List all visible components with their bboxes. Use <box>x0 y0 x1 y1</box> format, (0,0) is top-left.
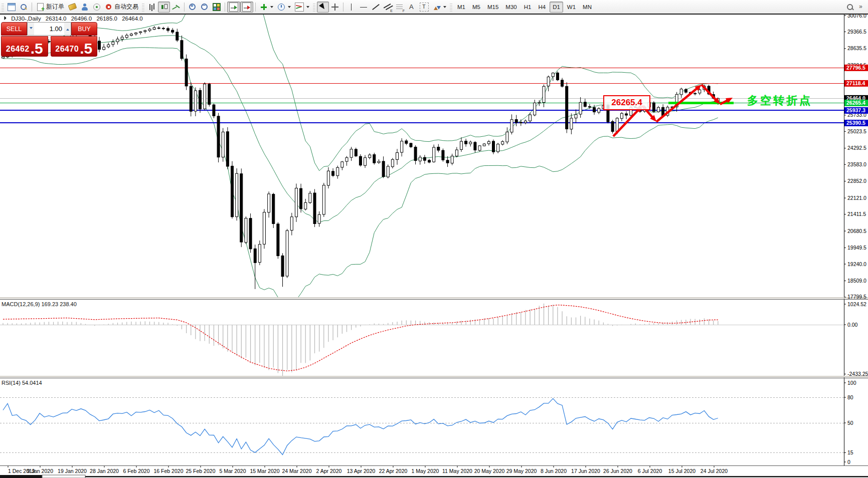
macd-histogram <box>3 304 718 376</box>
chart-marker-icon <box>5 16 8 20</box>
zoom-out-button[interactable] <box>199 2 211 13</box>
price-annotation-box[interactable]: 26265.4 <box>603 95 650 110</box>
indicators-button[interactable] <box>258 2 275 13</box>
periods-button[interactable] <box>275 2 293 13</box>
ohlc-low: 26185.0 <box>96 16 117 22</box>
svg-text:22121.0: 22121.0 <box>847 195 866 201</box>
volume-increase-button[interactable] <box>64 23 71 35</box>
turning-point-annotation[interactable]: 多空转折点 <box>747 93 812 108</box>
mt4-window: 新订单 自动交易 M1M5 <box>0 0 868 478</box>
auto-scroll-button[interactable] <box>227 2 240 13</box>
toolbar-grip[interactable] <box>2 3 4 12</box>
date-axis[interactable]: 1 Dec 20199 Jan 202019 Jan 202028 Jan 20… <box>8 466 728 474</box>
tile-windows-button[interactable] <box>211 2 223 13</box>
zoom-in-button[interactable] <box>187 2 199 13</box>
templates-button[interactable] <box>293 2 311 13</box>
timeframe-m15[interactable]: M15 <box>484 2 501 13</box>
chart-shift-icon <box>242 3 251 12</box>
timeframe-d1[interactable]: D1 <box>550 2 563 13</box>
timeframe-h1[interactable]: H1 <box>521 2 535 13</box>
volume-input[interactable] <box>34 23 64 35</box>
channel-tool-button[interactable] <box>382 2 394 13</box>
auto-trading-label: 自动交易 <box>114 3 138 11</box>
search-icon[interactable] <box>846 3 854 11</box>
gold-brush-icon <box>68 3 77 11</box>
ohlc-high: 26496.0 <box>71 16 92 22</box>
market-watch-button[interactable] <box>18 2 30 13</box>
dropdown-arrow-icon <box>288 6 291 8</box>
buy-button[interactable]: BUY <box>71 22 97 36</box>
timeframe-m1[interactable]: M1 <box>454 2 468 13</box>
svg-text:24 Jul 2020: 24 Jul 2020 <box>701 468 728 474</box>
timeframe-m30[interactable]: M30 <box>502 2 519 13</box>
fibonacci-icon <box>396 3 404 11</box>
arrows-icon <box>433 3 441 11</box>
toolbar-overflow-icon[interactable] <box>857 3 865 11</box>
bar-chart-mode-button[interactable] <box>146 2 158 13</box>
svg-text:0: 0 <box>847 459 850 465</box>
line-chart-mode-button[interactable] <box>170 2 182 13</box>
shapes-tool-button[interactable] <box>431 2 448 13</box>
svg-text:27796.5: 27796.5 <box>846 65 865 71</box>
timeframe-m5[interactable]: M5 <box>469 2 483 13</box>
svg-text:16 Feb 2020: 16 Feb 2020 <box>154 468 184 474</box>
svg-text:25390.5: 25390.5 <box>846 120 865 126</box>
horizontal-level-lines[interactable] <box>0 68 844 123</box>
svg-text:19949.5: 19949.5 <box>847 245 866 251</box>
svg-text:8 Jun 2020: 8 Jun 2020 <box>541 468 567 474</box>
chart-area[interactable]: 30076.029366.528635.527904.525733.025023… <box>0 0 868 478</box>
styler-button[interactable] <box>66 2 79 13</box>
horizontal-scrollbar[interactable] <box>0 475 868 478</box>
trendline-tool-button[interactable] <box>370 2 382 13</box>
svg-text:19 Jan 2020: 19 Jan 2020 <box>58 468 87 474</box>
profile-icon <box>81 3 89 11</box>
candlestick-icon <box>160 3 168 11</box>
buy-price-display[interactable]: 26470 .5 <box>51 36 98 57</box>
symbol-name: DJ30-,Daily <box>11 16 41 22</box>
cursor-tool-button[interactable] <box>317 2 329 13</box>
svg-text:25937.3: 25937.3 <box>846 107 865 113</box>
ohlc-open: 26314.0 <box>46 16 67 22</box>
label-tool-button[interactable] <box>418 2 431 13</box>
crosshair-tool-button[interactable] <box>329 2 341 13</box>
timeframe-h4[interactable]: H4 <box>535 2 549 13</box>
horizontal-line-tool-button[interactable] <box>358 2 370 13</box>
chart-window-icon <box>8 3 16 11</box>
cursor-icon <box>319 3 327 11</box>
bollinger-upper-band[interactable] <box>3 0 718 171</box>
sell-price-display[interactable]: 26462 .5 <box>1 36 48 57</box>
text-icon <box>408 3 416 11</box>
volume-decrease-button[interactable] <box>28 23 34 35</box>
svg-text:20 May 2020: 20 May 2020 <box>474 468 505 474</box>
price-axis[interactable]: 30076.029366.528635.527904.525733.025023… <box>844 13 868 300</box>
dropdown-arrow-icon <box>306 6 309 8</box>
timeframe-w1[interactable]: W1 <box>564 2 579 13</box>
text-tool-button[interactable] <box>406 2 418 13</box>
svg-text:17 Jun 2020: 17 Jun 2020 <box>571 468 600 474</box>
signals-button[interactable] <box>91 2 103 13</box>
svg-text:27118.4: 27118.4 <box>846 80 865 86</box>
sell-button[interactable]: SELL <box>1 22 27 36</box>
bollinger-lower-band[interactable] <box>3 48 718 309</box>
svg-text:100: 100 <box>847 380 856 386</box>
candle-chart-mode-button[interactable] <box>158 2 170 13</box>
svg-text:6 Jul 2020: 6 Jul 2020 <box>638 468 662 474</box>
vertical-line-tool-button[interactable] <box>345 2 358 13</box>
rsi-axis: 1008050150 <box>844 380 856 465</box>
fibonacci-tool-button[interactable] <box>394 2 406 13</box>
timeframe-mn[interactable]: MN <box>580 2 595 13</box>
timeframe-group: M1M5M15M30H1H4D1W1MN <box>454 2 595 13</box>
dropdown-arrow-icon <box>270 6 273 8</box>
chart-shift-button[interactable] <box>240 2 253 13</box>
auto-trading-button[interactable]: 自动交易 <box>103 2 140 13</box>
crosshair-icon <box>331 3 339 11</box>
new-chart-button[interactable] <box>6 2 18 13</box>
bar-chart-icon <box>148 3 156 11</box>
new-order-button[interactable]: 新订单 <box>34 2 66 13</box>
profile-button[interactable] <box>79 2 91 13</box>
new-order-icon <box>37 3 44 11</box>
bollinger-middle-band[interactable] <box>3 36 718 222</box>
svg-text:0.00: 0.00 <box>847 322 858 328</box>
horizontal-line-icon <box>360 3 368 11</box>
tile-windows-icon <box>213 3 221 11</box>
